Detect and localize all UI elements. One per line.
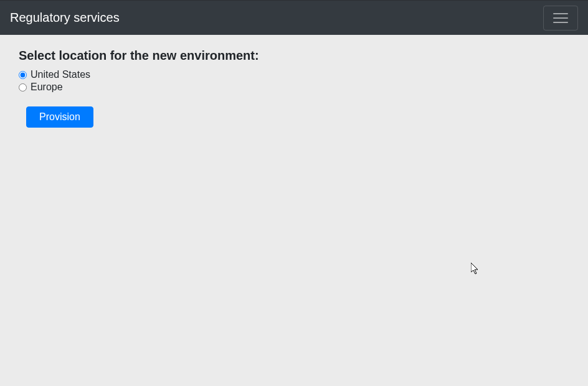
- location-radio-group: United States Europe: [19, 69, 569, 93]
- location-option-us: United States: [19, 69, 569, 80]
- location-label-us[interactable]: United States: [31, 69, 90, 80]
- hamburger-icon: [553, 13, 568, 14]
- cursor-icon: [471, 263, 481, 275]
- location-radio-eu[interactable]: [19, 83, 27, 92]
- navbar-toggle-button[interactable]: [543, 6, 578, 31]
- navbar-brand: Regulatory services: [10, 11, 120, 25]
- section-heading: Select location for the new environment:: [19, 49, 569, 63]
- location-label-eu[interactable]: Europe: [31, 82, 63, 93]
- main-content: Select location for the new environment:…: [0, 35, 588, 141]
- hamburger-icon: [553, 22, 568, 23]
- hamburger-icon: [553, 17, 568, 19]
- navbar: Regulatory services: [0, 0, 588, 35]
- location-radio-us[interactable]: [19, 71, 27, 79]
- provision-button[interactable]: Provision: [26, 106, 93, 128]
- location-option-eu: Europe: [19, 82, 569, 93]
